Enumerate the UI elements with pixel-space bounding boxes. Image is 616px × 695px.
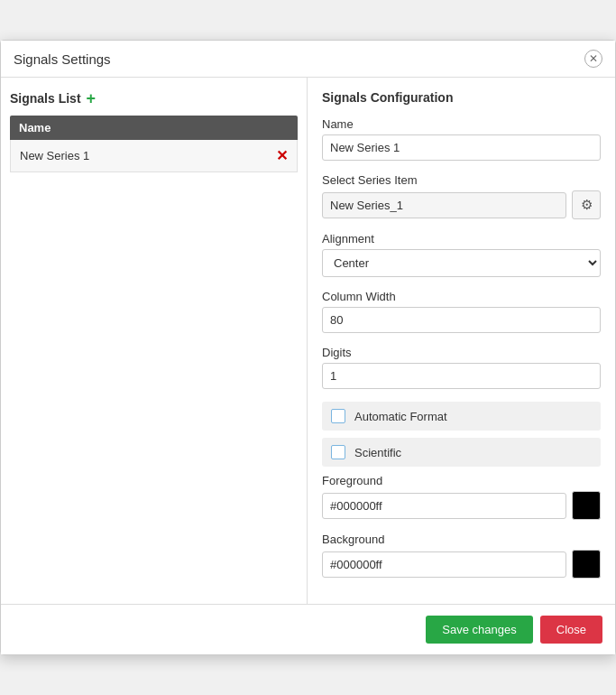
automatic-format-row: Automatic Format	[322, 402, 601, 431]
background-field-group: Background	[322, 533, 601, 579]
dialog-title: Signals Settings	[14, 51, 111, 67]
name-input[interactable]	[322, 134, 601, 161]
close-button[interactable]: Close	[540, 616, 602, 644]
dialog-body: Signals List + Name New Series 1 ✕ Signa…	[1, 78, 615, 604]
right-panel: Signals Configuration Name Select Series…	[308, 78, 615, 604]
list-item-name: New Series 1	[20, 149, 89, 162]
select-series-input[interactable]	[322, 192, 566, 218]
dialog-close-button[interactable]: ✕	[584, 50, 602, 68]
signals-config-title: Signals Configuration	[322, 90, 601, 105]
digits-label: Digits	[322, 346, 601, 359]
signals-list-label: Signals List	[10, 91, 81, 106]
left-panel: Signals List + Name New Series 1 ✕	[1, 78, 308, 604]
select-series-row: ⚙	[322, 190, 601, 219]
signals-settings-dialog: Signals Settings ✕ Signals List + Name N…	[0, 40, 616, 655]
delete-item-button[interactable]: ✕	[276, 147, 288, 164]
alignment-label: Alignment	[322, 232, 601, 246]
select-series-label: Select Series Item	[322, 173, 601, 187]
list-item[interactable]: New Series 1 ✕	[10, 140, 298, 172]
automatic-format-label: Automatic Format	[354, 410, 447, 423]
list-column-header: Name	[10, 116, 298, 140]
save-changes-button[interactable]: Save changes	[426, 616, 532, 644]
background-color-row	[322, 550, 601, 579]
foreground-field-group: Foreground	[322, 474, 601, 520]
gear-button[interactable]: ⚙	[572, 190, 601, 219]
foreground-swatch[interactable]	[572, 491, 601, 520]
dialog-footer: Save changes Close	[1, 604, 615, 654]
background-input[interactable]	[322, 551, 566, 578]
signals-list-title: Signals List +	[10, 90, 298, 107]
name-field-group: Name	[322, 117, 601, 161]
scientific-checkbox[interactable]	[331, 445, 345, 459]
digits-field-group: Digits	[322, 346, 601, 389]
select-series-field-group: Select Series Item ⚙	[322, 173, 601, 219]
add-signal-button[interactable]: +	[87, 90, 97, 107]
gear-icon: ⚙	[581, 197, 593, 213]
name-label: Name	[322, 117, 601, 131]
column-width-input[interactable]	[322, 307, 601, 333]
scientific-label: Scientific	[354, 446, 401, 459]
background-swatch[interactable]	[572, 550, 601, 579]
foreground-input[interactable]	[322, 493, 566, 519]
alignment-select[interactable]: Left Center Right	[322, 249, 601, 277]
close-x-icon: ✕	[589, 52, 598, 65]
column-width-field-group: Column Width	[322, 290, 601, 333]
automatic-format-checkbox[interactable]	[331, 409, 345, 423]
foreground-label: Foreground	[322, 474, 601, 487]
scientific-row: Scientific	[322, 438, 601, 467]
dialog-header: Signals Settings ✕	[1, 41, 615, 78]
digits-input[interactable]	[322, 363, 601, 389]
column-width-label: Column Width	[322, 290, 601, 303]
foreground-color-row	[322, 491, 601, 520]
background-label: Background	[322, 533, 601, 546]
alignment-field-group: Alignment Left Center Right	[322, 232, 601, 277]
